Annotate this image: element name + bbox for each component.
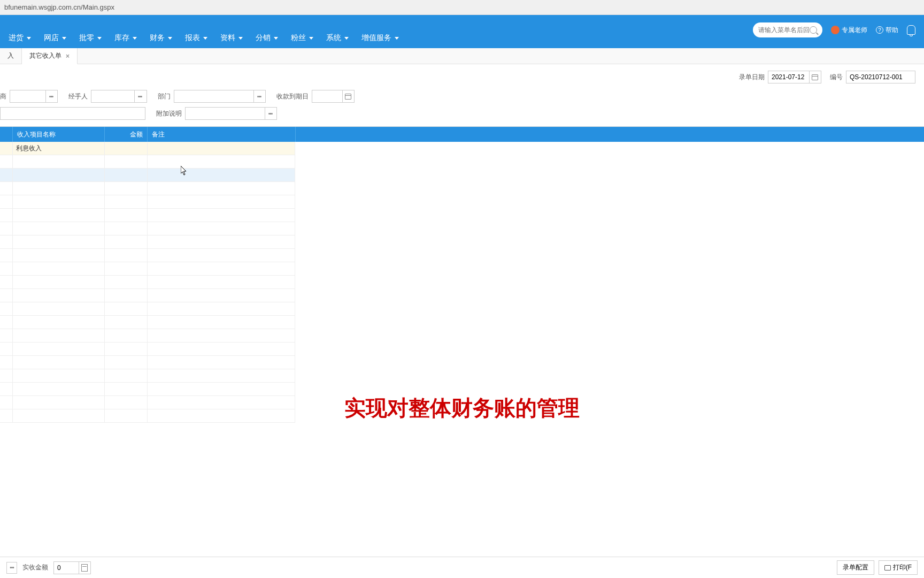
search-icon[interactable] xyxy=(810,26,817,34)
table-row[interactable] xyxy=(0,343,295,356)
handler-field: 经手人 ••• xyxy=(68,90,147,103)
doc-code-field: 编号 xyxy=(830,71,915,83)
due-date-value[interactable] xyxy=(312,90,342,102)
nav-item-inventory[interactable]: 库存 xyxy=(114,33,137,43)
nav-label: 网店 xyxy=(44,33,59,43)
entry-date-label: 录单日期 xyxy=(739,73,765,82)
nav-item-distribution[interactable]: 分销 xyxy=(256,33,278,43)
nav-item-purchase[interactable]: 进货 xyxy=(9,33,31,43)
table-row[interactable] xyxy=(0,369,295,383)
cell-index xyxy=(0,142,13,155)
extra-input[interactable]: ••• xyxy=(185,107,277,120)
table-row[interactable]: 利息收入 xyxy=(0,142,295,155)
chevron-down-icon xyxy=(27,37,31,40)
tab-label: 入 xyxy=(7,51,14,60)
chevron-down-icon xyxy=(203,37,207,40)
nav-label: 增值服务 xyxy=(361,33,391,43)
extra-field: 附加说明 ••• xyxy=(156,107,277,120)
calendar-icon[interactable] xyxy=(342,90,353,102)
extra-label: 附加说明 xyxy=(156,109,182,118)
supplier-input[interactable]: ••• xyxy=(10,90,58,103)
search-box[interactable] xyxy=(753,22,822,37)
help-link[interactable]: ? 帮助 xyxy=(876,26,898,35)
nav-item-fans[interactable]: 粉丝 xyxy=(291,33,313,43)
table-row[interactable] xyxy=(0,169,295,182)
nav-label: 进货 xyxy=(9,33,24,43)
video-caption: 实现对整体财务账的管理 xyxy=(344,393,580,423)
table-row[interactable] xyxy=(0,209,295,222)
dept-field: 部门 ••• xyxy=(158,90,266,103)
dept-label: 部门 xyxy=(158,92,171,101)
table-row[interactable] xyxy=(0,276,295,289)
blank-input[interactable] xyxy=(0,107,145,120)
lookup-icon[interactable]: ••• xyxy=(253,90,264,102)
close-icon[interactable]: × xyxy=(66,52,70,60)
teacher-label: 专属老师 xyxy=(842,26,867,35)
table-row[interactable] xyxy=(0,235,295,249)
dept-value[interactable] xyxy=(174,90,253,102)
nav-label: 系统 xyxy=(326,33,341,43)
doc-code-input[interactable] xyxy=(846,71,915,83)
table-row[interactable] xyxy=(0,249,295,262)
table-row[interactable] xyxy=(0,302,295,316)
table-row[interactable] xyxy=(0,262,295,276)
cell-remark[interactable] xyxy=(148,142,295,155)
data-table: 收入项目名称 金额 备注 利息收入 xyxy=(0,126,924,423)
due-date-label: 收款到期日 xyxy=(276,92,309,101)
entry-date-input[interactable] xyxy=(768,71,821,83)
chevron-down-icon xyxy=(274,37,278,40)
table-row[interactable] xyxy=(0,409,295,423)
tab-prev[interactable]: 入 xyxy=(0,48,22,64)
nav-item-online-store[interactable]: 网店 xyxy=(44,33,66,43)
dept-input[interactable]: ••• xyxy=(174,90,266,103)
table-row[interactable] xyxy=(0,383,295,396)
chevron-down-icon xyxy=(62,37,66,40)
table-row[interactable] xyxy=(0,195,295,209)
cell-amount[interactable] xyxy=(105,142,148,155)
supplier-value[interactable] xyxy=(10,90,45,102)
lookup-icon[interactable]: ••• xyxy=(134,90,145,102)
form-row-1: 商 ••• 经手人 ••• 部门 ••• 收款到期日 xyxy=(0,88,924,105)
table-row[interactable] xyxy=(0,182,295,195)
teacher-link[interactable]: 专属老师 xyxy=(831,26,867,35)
nav-label: 粉丝 xyxy=(291,33,306,43)
nav-label: 资料 xyxy=(220,33,235,43)
nav-item-reports[interactable]: 报表 xyxy=(185,33,207,43)
blank-value[interactable] xyxy=(1,108,144,119)
due-date-input[interactable] xyxy=(312,90,355,103)
table-row[interactable] xyxy=(0,289,295,302)
table-row[interactable] xyxy=(0,222,295,235)
extra-value[interactable] xyxy=(186,108,265,119)
nav-label: 库存 xyxy=(114,33,129,43)
chevron-down-icon xyxy=(344,37,349,40)
doc-code-label: 编号 xyxy=(830,73,843,82)
nav-items: 进货 网店 批零 库存 财务 报表 资料 分销 粉丝 系统 增值服务 xyxy=(9,33,399,48)
nav-item-retail[interactable]: 批零 xyxy=(79,33,102,43)
table-row[interactable] xyxy=(0,316,295,329)
form-area: 录单日期 编号 商 ••• 经手人 ••• xyxy=(0,64,924,126)
handler-value[interactable] xyxy=(91,90,134,102)
tab-other-income[interactable]: 其它收入单 × xyxy=(22,48,78,64)
table-row[interactable] xyxy=(0,396,295,409)
doc-code-value[interactable] xyxy=(846,71,913,83)
cell-item-name[interactable]: 利息收入 xyxy=(13,142,105,155)
table-row[interactable] xyxy=(0,155,295,169)
entry-date-value[interactable] xyxy=(768,71,809,83)
lookup-icon[interactable]: ••• xyxy=(265,108,275,119)
bell-icon[interactable] xyxy=(907,25,915,35)
table-row[interactable] xyxy=(0,329,295,343)
calendar-icon[interactable] xyxy=(809,71,820,83)
supplier-field: 商 ••• xyxy=(0,90,58,103)
table-row[interactable] xyxy=(0,356,295,369)
nav-item-value-added[interactable]: 增值服务 xyxy=(361,33,399,43)
form-row-2: 附加说明 ••• xyxy=(0,105,924,122)
supplier-label: 商 xyxy=(0,92,6,101)
search-input[interactable] xyxy=(758,26,810,34)
entry-date-field: 录单日期 xyxy=(739,71,821,83)
lookup-icon[interactable]: ••• xyxy=(45,90,56,102)
nav-item-data[interactable]: 资料 xyxy=(220,33,243,43)
nav-item-finance[interactable]: 财务 xyxy=(150,33,172,43)
handler-input[interactable]: ••• xyxy=(91,90,147,103)
nav-item-system[interactable]: 系统 xyxy=(326,33,349,43)
due-date-field: 收款到期日 xyxy=(276,90,355,103)
